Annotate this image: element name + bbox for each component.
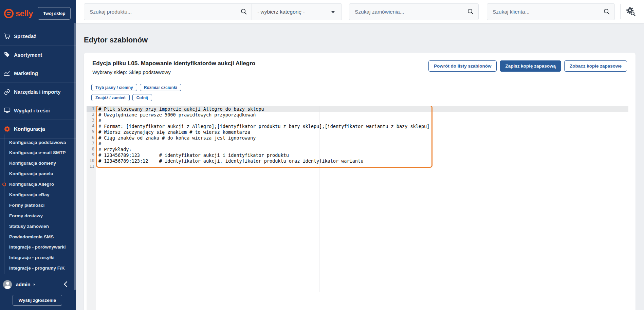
sidebar-subitem-label: Statusy zamówień xyxy=(9,224,49,229)
sidebar-subitem[interactable]: Formy dostawy xyxy=(0,211,76,221)
code-line: # Plik stosowany przy imporcie aukcji Al… xyxy=(96,106,636,112)
header-action-button[interactable]: Powrót do listy szablonów xyxy=(428,60,497,72)
sidebar-subitem-label: Integracje - przesyłki xyxy=(9,255,55,260)
code-line: # xyxy=(96,118,636,124)
toolbar-button[interactable]: Znajdź / zamień xyxy=(91,94,130,101)
config-submenu-list: Konfiguracja podstawowa Konfiguracja e-m… xyxy=(0,137,76,274)
advanced-search-button[interactable] xyxy=(625,6,637,18)
search-icon xyxy=(240,8,248,16)
sidebar-item-narzedzia[interactable]: Narzędzia i importy xyxy=(0,83,76,102)
link-icon xyxy=(3,88,11,96)
chart-icon xyxy=(3,70,11,77)
search-icon xyxy=(467,8,475,16)
chevron-left-icon xyxy=(62,280,70,288)
card-header: Edycja pliku L05. Mapowanie identyfikato… xyxy=(92,60,255,75)
editor-toolbar-row1: Tryb jasny / ciemny Rozmiar czcionki xyxy=(91,84,181,91)
category-select[interactable]: - wybierz kategorię - xyxy=(252,3,342,20)
toolbar-button[interactable]: Rozmiar czcionki xyxy=(140,84,181,91)
order-search-wrap xyxy=(349,3,479,20)
sidebar-subitem[interactable]: Powiadomienia SMS xyxy=(0,232,76,242)
sidebar-nav: Sprzedaż Asortyment Marketing Narzędzia … xyxy=(0,27,76,139)
sidebar-subitem-label: Konfiguracja Allegro xyxy=(9,182,54,187)
toolbar-button[interactable]: Cofnij xyxy=(132,94,152,101)
sidebar-logo-row: selly Twój sklep xyxy=(0,0,76,27)
sidebar: selly Twój sklep Sprzedaż Asortyment Mar… xyxy=(0,0,76,310)
line-number: 9 xyxy=(87,152,96,158)
code-line: # xyxy=(96,141,636,147)
line-number: 6 xyxy=(87,135,96,141)
sidebar-item-label: Marketing xyxy=(14,70,38,76)
sidebar-scrollbar[interactable] xyxy=(74,23,76,290)
sidebar-item-sprzedaz[interactable]: Sprzedaż xyxy=(0,27,76,46)
line-number: 8 xyxy=(87,146,96,152)
sidebar-item-asortyment[interactable]: Asortyment xyxy=(0,46,76,65)
sidebar-subitem[interactable]: Konfiguracja panelu xyxy=(0,168,76,179)
line-number: 3 xyxy=(87,117,96,123)
editor-gutter: 1 2 3 4 5 6 7 8 9 10 xyxy=(87,106,96,310)
code-line: # Ciąg znaków od znaku # do końca wiersz… xyxy=(96,135,636,141)
main-content: Edytor szablonów Edycja pliku L05. Mapow… xyxy=(76,23,644,310)
order-search-input[interactable] xyxy=(349,3,479,20)
sidebar-subitem[interactable]: Konfiguracja podstawowa xyxy=(0,137,76,148)
code-line: # 123456789;123 # identyfikator aukcji i… xyxy=(96,152,636,158)
sidebar-subitem[interactable]: Integracje - porównywarki xyxy=(0,242,76,252)
sidebar-subitem[interactable]: Integracje - przesyłki xyxy=(0,252,76,263)
gear-search-icon xyxy=(625,6,637,17)
line-number: 10 xyxy=(87,158,96,164)
product-search-wrap xyxy=(84,3,252,20)
code-line: # 123456789;123;12 # identyfikator aukcj… xyxy=(96,158,636,164)
code-line: # Uwzględniane pierwsze 5000 prawidłowyc… xyxy=(96,112,636,118)
header-action-button[interactable]: Zobacz kopie zapasowe xyxy=(564,60,627,72)
sidebar-collapse-button[interactable] xyxy=(62,280,71,289)
chevron-right-icon xyxy=(34,283,35,286)
send-ticket-button[interactable]: Wyślij zgłoszenie xyxy=(13,295,62,306)
sidebar-item-label: Asortyment xyxy=(14,52,42,58)
sidebar-subitem[interactable]: Integracje - programy F/K xyxy=(0,263,76,273)
cart-icon xyxy=(3,33,11,40)
user-name: admin xyxy=(16,282,31,287)
sidebar-item-wyglad[interactable]: Wygląd i treści xyxy=(0,101,76,120)
sidebar-item-label: Narzędzia i importy xyxy=(14,89,61,95)
sidebar-item-label: Sprzedaż xyxy=(14,33,36,39)
line-number: 11 xyxy=(87,164,96,169)
sidebar-subitem[interactable]: Konfiguracja Allegro xyxy=(0,179,76,189)
tag-icon xyxy=(3,51,11,58)
card-heading: Edycja pliku L05. Mapowanie identyfikato… xyxy=(92,60,255,67)
toolbar-button[interactable]: Tryb jasny / ciemny xyxy=(91,84,137,91)
your-shop-button[interactable]: Twój sklep xyxy=(38,7,71,20)
sidebar-subitem[interactable]: Statusy zamówień xyxy=(0,221,76,232)
sidebar-subitem[interactable]: Konfiguracja e-mail SMTP xyxy=(0,147,76,158)
code-editor[interactable]: 1 2 3 4 5 6 7 8 9 10 xyxy=(84,106,636,310)
selly-logo-icon xyxy=(4,9,14,18)
header-action-button[interactable]: Zapisz kopię zapasową xyxy=(500,60,561,72)
sidebar-item-label: Konfiguracja xyxy=(14,126,45,132)
sidebar-subitem[interactable]: Formy płatności xyxy=(0,200,76,211)
sidebar-subitem[interactable]: Konfiguracja domeny xyxy=(0,158,76,168)
code-line xyxy=(96,164,636,170)
client-search-input[interactable] xyxy=(487,3,615,20)
card-subheading: Wybrany sklep: Sklep podstawowy xyxy=(92,69,255,75)
avatar xyxy=(3,280,12,289)
line-number: 1 xyxy=(87,106,96,112)
config-submenu: Konfiguracja podstawowa Konfiguracja e-m… xyxy=(0,137,76,274)
sidebar-subitem-label: Konfiguracja podstawowa xyxy=(9,140,66,145)
line-number: 5 xyxy=(87,129,96,135)
code-line: # Format: [identyfikator aukcji z Allegr… xyxy=(96,124,636,129)
header-buttons: Powrót do listy szablonów Zapisz kopię z… xyxy=(428,60,627,72)
gear-icon xyxy=(3,125,11,133)
product-search-input[interactable] xyxy=(84,3,252,20)
template-editor-card: Edycja pliku L05. Mapowanie identyfikato… xyxy=(84,53,636,310)
sidebar-subitem[interactable]: Konfiguracja eBay xyxy=(0,189,76,200)
sidebar-item-konfiguracja[interactable]: Konfiguracja xyxy=(0,120,76,139)
sidebar-item-marketing[interactable]: Marketing xyxy=(0,64,76,83)
line-number: 4 xyxy=(87,123,96,129)
topbar: - wybierz kategorię - xyxy=(76,0,644,23)
sidebar-subitem-label: Konfiguracja domeny xyxy=(9,161,56,166)
sidebar-subitem-label: Konfiguracja eBay xyxy=(9,192,50,197)
line-number: 2 xyxy=(87,112,96,117)
category-select-value: - wybierz kategorię - xyxy=(257,9,305,15)
client-search-wrap xyxy=(487,3,615,20)
monitor-icon xyxy=(3,107,11,114)
editor-content[interactable]: # Plik stosowany przy imporcie aukcji Al… xyxy=(96,106,636,170)
code-line: # Wiersz zaczynający się znakiem # to wi… xyxy=(96,129,636,135)
